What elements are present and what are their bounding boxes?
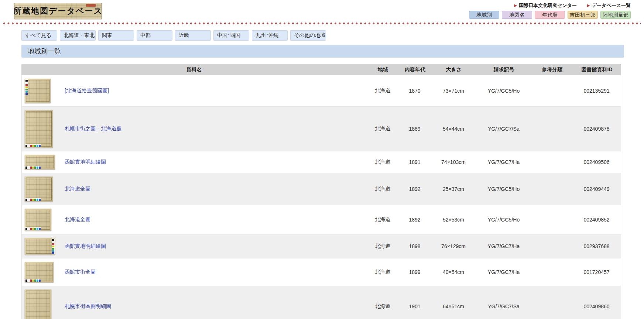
map-title-link[interactable]: 函館實地明細繪圖	[65, 243, 106, 249]
map-thumbnail[interactable]	[25, 289, 51, 319]
region-tab-3[interactable]: 中部	[137, 30, 172, 41]
index-button-2[interactable]: 年代順	[535, 11, 565, 19]
map-thumbnail[interactable]	[25, 262, 54, 282]
top-link[interactable]: ▶国際日本文化研究センター	[514, 2, 577, 9]
thumbnail-cell	[22, 262, 59, 282]
library-id-cell: 002409878	[572, 126, 621, 132]
site-logo[interactable]: 所蔵地図データベース	[14, 3, 102, 19]
thumbnail-cell	[22, 155, 59, 169]
map-title-link[interactable]: 北海道全圖	[65, 186, 90, 192]
library-id-cell: 002937688	[572, 243, 621, 249]
table-row: 北海道全圖 北海道 1892 52×53cm YG/7/GC5/Ho 00240…	[22, 205, 621, 234]
year-cell: 1889	[399, 126, 431, 132]
arrow-bullet-icon: ▶	[514, 4, 517, 7]
table-row: 函館實地明細繪圖 北海道 1898 76×129cm YG/7/GC7/Ha 0…	[22, 234, 621, 258]
size-cell: 40×54cm	[431, 269, 476, 275]
page-title-bar: 地域別一覧	[21, 45, 624, 58]
map-thumbnail[interactable]	[25, 209, 51, 231]
column-header-6: 図書館資料ID	[573, 66, 621, 73]
top-link-label: 国際日本文化研究センター	[519, 2, 577, 9]
region-tabs: すべて見る北海道・東北関東中部近畿中国･四国九州･沖縄その他の地域	[21, 30, 644, 41]
color-calibration-strip	[25, 227, 41, 230]
table-row: [北海道拾壹箇國圖] 北海道 1870 73×71cm YG/7/GC5/Ho …	[22, 75, 621, 106]
library-id-cell: 002409506	[572, 159, 621, 165]
size-cell: 64×51cm	[431, 303, 476, 309]
map-thumbnail[interactable]	[25, 110, 53, 148]
title-cell: 北海道全圖	[59, 186, 366, 192]
title-cell: 函館實地明細繪圖	[59, 159, 366, 165]
results-table: 資料名地域内容年代大きさ請求記号参考分類図書館資料ID [北海道拾壹箇國圖] 北…	[21, 64, 621, 319]
call-number-cell: YG/7/GC5/Ho	[476, 88, 531, 94]
region-cell: 北海道	[366, 88, 399, 94]
table-row: 札幌市街之圖：北海道廳 北海道 1889 54×44cm YG/7/GC7/Sa…	[22, 106, 621, 151]
column-header-5: 参考分類	[531, 66, 573, 73]
year-cell: 1898	[399, 243, 431, 249]
column-header-3: 大きさ	[431, 66, 477, 73]
year-cell: 1892	[399, 186, 431, 192]
region-tab-1[interactable]: 北海道・東北	[60, 30, 96, 41]
column-header-0: 資料名	[21, 66, 367, 73]
region-tab-0[interactable]: すべて見る	[21, 30, 57, 41]
table-header-row: 資料名地域内容年代大きさ請求記号参考分類図書館資料ID	[21, 64, 621, 75]
region-tab-4[interactable]: 近畿	[175, 30, 211, 41]
title-cell: 北海道全圖	[59, 216, 366, 223]
region-cell: 北海道	[366, 126, 399, 132]
table-body: [北海道拾壹箇國圖] 北海道 1870 73×71cm YG/7/GC5/Ho …	[21, 75, 621, 319]
table-row: 函館市街全圖 北海道 1899 40×54cm YG/7/GC7/Ha 0017…	[22, 258, 621, 286]
call-number-cell: YG/7/GC7/Ha	[476, 269, 531, 275]
map-title-link[interactable]: 函館實地明細繪圖	[65, 159, 106, 165]
title-cell: [北海道拾壹箇國圖]	[59, 88, 366, 94]
top-link[interactable]: ▶データベース一覧	[587, 2, 631, 9]
map-thumbnail[interactable]	[25, 155, 55, 169]
library-id-cell: 002135291	[572, 88, 621, 94]
map-thumbnail[interactable]	[25, 79, 51, 103]
region-tab-6[interactable]: 九州･沖縄	[252, 30, 288, 41]
year-cell: 1899	[399, 269, 431, 275]
library-id-cell: 001720457	[572, 269, 621, 275]
index-button-1[interactable]: 地図名	[502, 11, 532, 19]
region-cell: 北海道	[366, 186, 399, 192]
size-cell: 73×71cm	[431, 88, 476, 94]
size-cell: 54×44cm	[431, 126, 476, 132]
region-tab-5[interactable]: 中国･四国	[213, 30, 249, 41]
page-title: 地域別一覧	[28, 47, 61, 56]
color-calibration-strip	[25, 79, 28, 95]
index-button-0[interactable]: 地域別	[469, 11, 499, 19]
region-cell: 北海道	[366, 269, 399, 275]
index-button-4[interactable]: 陸地測量部	[600, 11, 631, 19]
thumbnail-cell	[22, 209, 59, 231]
title-cell: 函館實地明細繪圖	[59, 243, 366, 250]
library-id-cell: 002409860	[572, 303, 621, 309]
size-cell: 74×103cm	[431, 159, 476, 165]
year-cell: 1891	[399, 159, 431, 165]
color-calibration-strip	[25, 279, 41, 282]
thumbnail-cell	[22, 289, 59, 319]
region-cell: 北海道	[366, 243, 399, 250]
call-number-cell: YG/7/GC5/Ho	[476, 186, 531, 192]
column-header-1: 地域	[367, 66, 399, 73]
map-thumbnail[interactable]	[25, 238, 55, 255]
map-title-link[interactable]: 札幌市街之圖：北海道廳	[65, 126, 121, 131]
region-tab-2[interactable]: 関東	[98, 30, 134, 41]
map-title-link[interactable]: 北海道全圖	[65, 216, 90, 222]
map-title-link[interactable]: 函館市街全圖	[65, 269, 96, 275]
index-button-3[interactable]: 吉田初三郎	[568, 11, 598, 19]
color-calibration-strip	[25, 144, 41, 147]
dotted-divider	[3, 22, 641, 25]
region-cell: 北海道	[366, 159, 399, 165]
region-tab-7[interactable]: その他の地域	[290, 30, 326, 41]
top-links: ▶国際日本文化研究センター▶データベース一覧	[514, 2, 631, 9]
call-number-cell: YG/7/GC7/Ha	[476, 159, 531, 165]
size-cell: 25×37cm	[431, 186, 476, 192]
year-cell: 1901	[399, 303, 431, 309]
title-cell: 札幌市街區劃明細圖	[59, 303, 366, 310]
map-thumbnail[interactable]	[25, 176, 53, 202]
call-number-cell: YG/7/GC7/Ha	[476, 243, 531, 249]
column-header-2: 内容年代	[399, 66, 431, 73]
table-row: 札幌市街區劃明細圖 北海道 1901 64×51cm YG/7/GC7/Sa 0…	[22, 286, 621, 319]
index-nav-buttons: 地域別地図名年代順吉田初三郎陸地測量部	[469, 11, 631, 19]
top-link-label: データベース一覧	[592, 2, 631, 9]
map-title-link[interactable]: 札幌市街區劃明細圖	[65, 303, 111, 309]
map-title-link[interactable]: [北海道拾壹箇國圖]	[65, 88, 109, 93]
size-cell: 76×129cm	[431, 243, 476, 249]
